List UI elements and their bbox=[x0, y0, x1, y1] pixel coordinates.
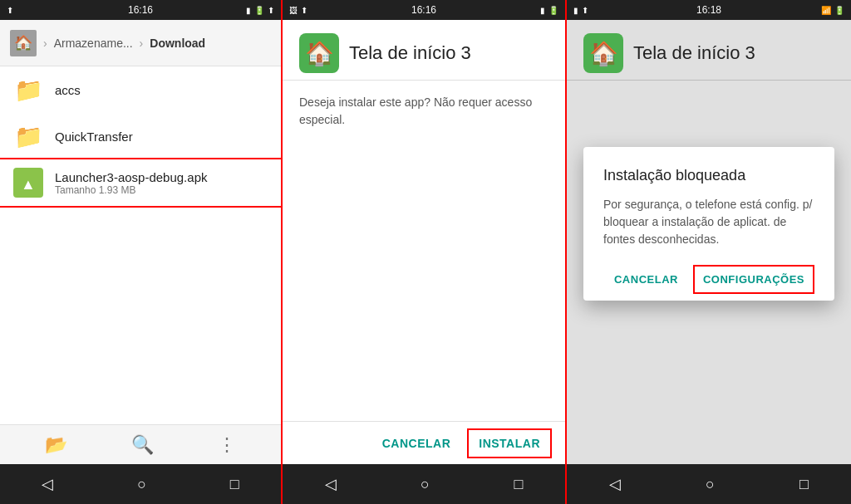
panel-blocked: ▮ ⬆ 16:18 📶 🔋 🏠 Tela de início 3 Instala… bbox=[567, 0, 851, 504]
back-icon-3[interactable]: ◁ bbox=[609, 475, 621, 493]
install-body: Deseja instalar este app? Não requer ace… bbox=[283, 81, 565, 421]
home-nav-icon-2[interactable]: ○ bbox=[421, 476, 430, 493]
photo-icon: 🖼 bbox=[289, 6, 298, 15]
battery-icon-3: 🔋 bbox=[834, 6, 844, 15]
wifi-icon-3: 📶 bbox=[821, 6, 831, 15]
p3-header: 🏠 Tela de início 3 bbox=[567, 20, 851, 81]
recents-icon-3[interactable]: □ bbox=[799, 476, 809, 493]
recents-icon-2[interactable]: □ bbox=[514, 476, 523, 493]
file-name-quicktransfer: QuickTransfer bbox=[55, 130, 133, 144]
app-icon-circle: 🏠 bbox=[299, 33, 339, 73]
cancel-button-install[interactable]: CANCELAR bbox=[372, 430, 461, 457]
folder-icon-quicktransfer: 📁 bbox=[13, 121, 43, 151]
bottom-bar-1: 📂 🔍 ⋮ bbox=[0, 424, 281, 464]
list-item-accs[interactable]: 📁 accs bbox=[0, 66, 281, 113]
file-size-apk: Tamanho 1.93 MB bbox=[55, 184, 207, 196]
home-icon[interactable]: 🏠 bbox=[10, 30, 37, 56]
breadcrumb-download[interactable]: Download bbox=[150, 37, 205, 50]
p3-title: Tela de início 3 bbox=[633, 42, 755, 64]
home-nav-icon-3[interactable]: ○ bbox=[706, 476, 715, 493]
file-name-apk: Launcher3-aosp-debug.apk bbox=[55, 170, 207, 184]
file-info-quicktransfer: QuickTransfer bbox=[55, 130, 133, 144]
panel-file-manager: ⬆ 16:16 ▮ 🔋 ⬆ 🏠 › Armazename... › Downlo… bbox=[0, 0, 283, 504]
list-item-apk[interactable]: ▲ Launcher3-aosp-debug.apk Tamanho 1.93 … bbox=[0, 159, 281, 206]
install-description: Deseja instalar este app? Não requer ace… bbox=[299, 94, 548, 129]
wifi-signal-icon: ▮ bbox=[573, 6, 578, 15]
file-list: 📁 accs 📁 QuickTransfer ▲ Launcher3-aosp-… bbox=[0, 66, 281, 424]
toolbar-breadcrumb: 🏠 › Armazename... › Download bbox=[0, 20, 281, 66]
file-info-apk: Launcher3-aosp-debug.apk Tamanho 1.93 MB bbox=[55, 170, 207, 196]
nav-bar-3: ◁ ○ □ bbox=[567, 464, 851, 504]
dialog-cancel-button[interactable]: CANCELAR bbox=[606, 265, 686, 294]
usb-icon: ⬆ bbox=[7, 6, 13, 15]
blocked-dialog: Instalação bloqueada Por segurança, o te… bbox=[583, 147, 834, 301]
status-right-icons-3: 📶 🔋 bbox=[821, 6, 844, 15]
list-item-quicktransfer[interactable]: 📁 QuickTransfer bbox=[0, 113, 281, 159]
svg-text:▲: ▲ bbox=[21, 176, 36, 193]
status-right-icons-1: ▮ 🔋 ⬆ bbox=[246, 6, 274, 15]
file-name-accs: accs bbox=[55, 83, 81, 97]
status-bar-3: ▮ ⬆ 16:18 📶 🔋 bbox=[567, 0, 851, 20]
signal-icon-1: ▮ bbox=[246, 6, 251, 15]
status-bar-1: ⬆ 16:16 ▮ 🔋 ⬆ bbox=[0, 0, 281, 20]
dialog-settings-button[interactable]: CONFIGURAÇÕES bbox=[693, 265, 814, 294]
back-icon-1[interactable]: ◁ bbox=[42, 475, 53, 493]
status-time-2: 16:16 bbox=[411, 4, 436, 16]
status-time-1: 16:16 bbox=[128, 4, 153, 16]
breadcrumb-armazenamento[interactable]: Armazename... bbox=[54, 37, 133, 50]
usb-icon-3: ⬆ bbox=[582, 6, 588, 15]
file-info-accs: accs bbox=[55, 83, 81, 97]
breadcrumb-arrow-2: › bbox=[140, 37, 144, 50]
usb-icon-right: ⬆ bbox=[268, 6, 274, 15]
search-icon[interactable]: 🔍 bbox=[131, 434, 154, 456]
recents-icon-1[interactable]: □ bbox=[230, 476, 239, 493]
folder-icon-accs: 📁 bbox=[13, 75, 43, 105]
install-title: Tela de início 3 bbox=[349, 42, 471, 64]
app-icon-circle-p3: 🏠 bbox=[583, 33, 623, 73]
apk-icon: ▲ bbox=[13, 168, 43, 198]
panel-install-app: 🖼 ⬆ 16:16 ▮ 🔋 🏠 Tela de início 3 Deseja … bbox=[283, 0, 567, 504]
back-icon-2[interactable]: ◁ bbox=[325, 475, 337, 493]
status-time-3: 16:18 bbox=[696, 4, 721, 16]
dialog-actions: CANCELAR CONFIGURAÇÕES bbox=[603, 262, 814, 294]
install-button[interactable]: INSTALAR bbox=[467, 428, 552, 458]
breadcrumb-arrow-1: › bbox=[43, 37, 47, 50]
nav-bar-1: ◁ ○ □ bbox=[0, 464, 281, 504]
usb-icon-2: ⬆ bbox=[301, 6, 307, 15]
dialog-title: Instalação bloqueada bbox=[603, 167, 814, 184]
install-header: 🏠 Tela de início 3 bbox=[283, 20, 565, 81]
wifi-icon-2: ▮ bbox=[540, 6, 545, 15]
status-right-icons-2: ▮ 🔋 bbox=[540, 6, 558, 15]
battery-icon-2: 🔋 bbox=[548, 6, 558, 15]
dialog-text: Por segurança, o telefone está config. p… bbox=[603, 196, 814, 248]
p3-body: Instalação bloqueada Por segurança, o te… bbox=[567, 81, 851, 464]
home-nav-icon-1[interactable]: ○ bbox=[137, 476, 146, 493]
status-left-icons: ⬆ bbox=[7, 6, 13, 15]
more-options-icon[interactable]: ⋮ bbox=[218, 434, 236, 456]
nav-bar-2: ◁ ○ □ bbox=[283, 464, 565, 504]
add-folder-icon[interactable]: 📂 bbox=[45, 434, 67, 456]
battery-icon-1: 🔋 bbox=[254, 6, 264, 15]
status-left-icons-3: ▮ ⬆ bbox=[573, 6, 588, 15]
status-left-icons-2: 🖼 ⬆ bbox=[289, 6, 307, 15]
install-actions: CANCELAR INSTALAR bbox=[283, 421, 565, 464]
status-bar-2: 🖼 ⬆ 16:16 ▮ 🔋 bbox=[283, 0, 565, 20]
